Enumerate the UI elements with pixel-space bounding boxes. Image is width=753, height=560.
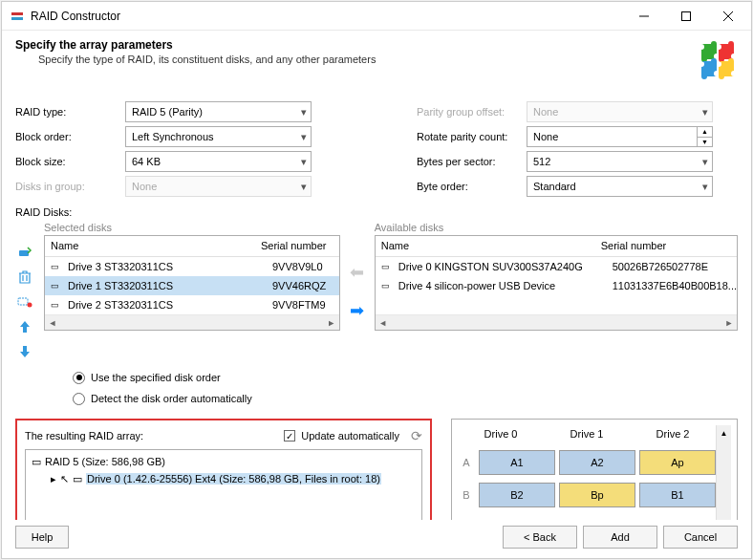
window-title: RAID Constructor bbox=[31, 10, 623, 23]
table-row[interactable]: ▭Drive 4 silicon-power USB Device1103133… bbox=[376, 276, 737, 295]
rotate-count-label: Rotate parity count: bbox=[417, 131, 527, 142]
chevron-down-icon: ▾ bbox=[702, 156, 708, 168]
minimize-button[interactable] bbox=[623, 3, 665, 30]
radio-icon bbox=[73, 372, 85, 384]
disk-icon: ▭ bbox=[51, 262, 64, 271]
block-size-combo[interactable]: 64 KB▾ bbox=[125, 151, 312, 172]
update-auto-label: Update automatically bbox=[301, 430, 399, 442]
chevron-down-icon: ▾ bbox=[702, 106, 708, 118]
layout-header: Drive 0 bbox=[458, 425, 544, 446]
result-panel: The resulting RAID array: ✓ Update autom… bbox=[15, 419, 432, 520]
raid-disks-label: RAID Disks: bbox=[15, 206, 738, 218]
disk-icon: ▭ bbox=[381, 281, 395, 291]
move-down-button[interactable] bbox=[15, 342, 34, 361]
disk-icon: ▭ bbox=[381, 262, 395, 271]
maximize-button[interactable] bbox=[665, 3, 707, 30]
back-button[interactable]: < Back bbox=[503, 526, 577, 549]
layout-row: AA1A2Ap bbox=[458, 446, 716, 479]
layout-header: Drive 2 bbox=[630, 425, 716, 446]
disks-in-group-label: Disks in group: bbox=[15, 181, 125, 192]
chevron-down-icon: ▾ bbox=[301, 156, 307, 168]
radio-auto-order[interactable]: Detect the disk order automatically bbox=[73, 388, 738, 409]
svg-rect-1 bbox=[11, 17, 23, 20]
raid-type-combo[interactable]: RAID 5 (Parity)▾ bbox=[125, 101, 312, 122]
page-title: Specify the array parameters bbox=[15, 38, 696, 52]
layout-cell: B2 bbox=[479, 483, 555, 507]
block-order-label: Block order: bbox=[15, 131, 125, 142]
table-row[interactable]: ▭Drive 1 ST3320311CS9VV46RQZ bbox=[45, 276, 339, 295]
content-area: Specify the array parameters Specify the… bbox=[2, 31, 751, 520]
column-header[interactable]: Serial number bbox=[255, 236, 339, 256]
rotate-count-combo[interactable]: None bbox=[527, 126, 698, 147]
help-button[interactable]: Help bbox=[15, 526, 69, 549]
block-size-label: Block size: bbox=[15, 156, 125, 167]
svg-rect-6 bbox=[19, 250, 29, 256]
move-right-button[interactable]: ➡ bbox=[350, 300, 364, 321]
chevron-down-icon: ▾ bbox=[702, 181, 708, 193]
layout-cell: Bp bbox=[559, 483, 635, 507]
rotate-count-spinner[interactable]: ▲▼ bbox=[698, 126, 713, 147]
radio-icon bbox=[73, 393, 85, 405]
parity-offset-combo: None▾ bbox=[527, 101, 713, 122]
table-row[interactable]: ▭Drive 2 ST3320311CS9VV8FTM9 bbox=[45, 295, 339, 314]
vertical-scrollbar[interactable]: ▲▼ bbox=[716, 425, 731, 520]
cursor-icon: ↖ bbox=[60, 473, 69, 485]
svg-point-8 bbox=[28, 303, 32, 308]
titlebar: RAID Constructor bbox=[2, 2, 751, 31]
table-row[interactable]: ▭Drive 3 ST3320311CS9VV8V9L0 bbox=[45, 257, 339, 276]
block-order-combo[interactable]: Left Synchronous▾ bbox=[125, 126, 312, 147]
layout-panel: Drive 0Drive 1Drive 2 AA1A2ApBB2BpB1 ▲▼ bbox=[451, 419, 738, 520]
byte-order-combo[interactable]: Standard▾ bbox=[527, 176, 713, 197]
app-icon bbox=[10, 9, 25, 24]
refresh-icon[interactable]: ⟳ bbox=[411, 428, 422, 443]
selected-disks-label: Selected disks bbox=[44, 222, 340, 233]
move-up-button[interactable] bbox=[15, 317, 34, 336]
svg-rect-3 bbox=[682, 11, 691, 20]
layout-cell: Ap bbox=[639, 450, 716, 475]
svg-rect-7 bbox=[18, 298, 28, 305]
result-tree[interactable]: ▭RAID 5 (Size: 586,98 GB) ▸↖▭Drive 0 (1.… bbox=[25, 449, 422, 520]
parity-offset-label: Parity group offset: bbox=[417, 106, 527, 118]
disk-icon: ▭ bbox=[51, 300, 64, 310]
layout-cell: A2 bbox=[559, 450, 635, 475]
selected-disks-table: NameSerial number ▭Drive 3 ST3320311CS9V… bbox=[44, 235, 340, 331]
expand-icon[interactable]: ▸ bbox=[51, 473, 56, 485]
chevron-down-icon: ▾ bbox=[301, 181, 307, 193]
available-disks-label: Available disks bbox=[375, 222, 738, 233]
footer: Help < Back Add Cancel bbox=[2, 520, 751, 558]
move-left-button[interactable]: ⬅ bbox=[350, 262, 364, 283]
add-button[interactable]: Add bbox=[583, 526, 657, 549]
delete-disk-button[interactable] bbox=[15, 268, 34, 287]
close-button[interactable] bbox=[707, 3, 749, 30]
svg-rect-0 bbox=[11, 12, 23, 15]
disk-icon: ▭ bbox=[73, 473, 82, 485]
result-label: The resulting RAID array: bbox=[25, 430, 143, 442]
chevron-down-icon: ▾ bbox=[301, 106, 307, 118]
disks-in-group-combo: None▾ bbox=[125, 176, 312, 197]
page-subtitle: Specify the type of RAID, its constituen… bbox=[15, 54, 696, 65]
update-auto-checkbox[interactable]: ✓ bbox=[284, 430, 295, 442]
available-disks-table: NameSerial number ▭Drive 0 KINGSTON SUV3… bbox=[375, 235, 738, 331]
bytes-per-sector-combo[interactable]: 512▾ bbox=[527, 151, 713, 172]
layout-cell: B1 bbox=[639, 483, 716, 507]
raid-type-label: RAID type: bbox=[15, 106, 125, 118]
add-disk-button[interactable] bbox=[15, 243, 34, 262]
layout-cell: A1 bbox=[479, 450, 555, 475]
table-row[interactable]: ▭Drive 0 KINGSTON SUV300S37A240G50026B72… bbox=[376, 257, 737, 276]
layout-row: BB2BpB1 bbox=[458, 479, 716, 511]
radio-specified-order[interactable]: Use the specified disk order bbox=[73, 367, 738, 388]
disk-icon: ▭ bbox=[32, 456, 41, 468]
horizontal-scrollbar[interactable]: ◄► bbox=[376, 314, 737, 330]
byte-order-label: Byte order: bbox=[417, 181, 527, 192]
main-window: RAID Constructor Specify the array param… bbox=[1, 1, 752, 559]
column-header[interactable]: Name bbox=[376, 236, 595, 256]
disk-icon: ▭ bbox=[51, 281, 64, 291]
column-header[interactable]: Name bbox=[45, 236, 255, 256]
horizontal-scrollbar[interactable]: ◄► bbox=[45, 314, 339, 330]
layout-header: Drive 1 bbox=[544, 425, 630, 446]
placeholder-disk-button[interactable] bbox=[15, 292, 34, 312]
bytes-per-sector-label: Bytes per sector: bbox=[417, 156, 527, 167]
cancel-button[interactable]: Cancel bbox=[663, 526, 738, 549]
chevron-down-icon: ▾ bbox=[301, 131, 307, 143]
column-header[interactable]: Serial number bbox=[595, 236, 737, 256]
